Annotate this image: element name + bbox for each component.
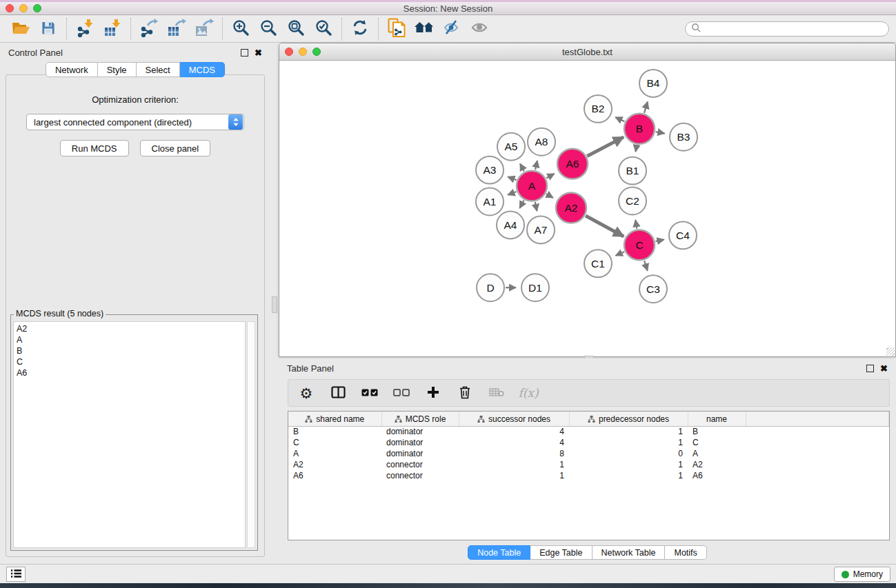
column-header-mcds-role[interactable]: MCDS role (381, 412, 459, 426)
close-network-window-button[interactable] (285, 48, 293, 56)
node-A6[interactable]: A6 (557, 149, 588, 179)
edge-A-A7[interactable] (535, 202, 537, 211)
cell[interactable]: dominator (381, 437, 459, 448)
cell[interactable]: 0 (569, 448, 688, 459)
cell[interactable]: 1 (569, 459, 688, 470)
refresh-view-button[interactable] (346, 17, 374, 41)
close-panel-icon[interactable]: ✖ (255, 49, 262, 57)
column-visibility-button[interactable] (326, 382, 350, 404)
cell[interactable]: connector (381, 470, 459, 481)
cell[interactable]: A6 (288, 470, 381, 481)
network-canvas[interactable]: B4B2BB3A8A5A6A3B1AA1C2A2A4A7C4CC1C3DD1 (280, 61, 895, 356)
edge-A6-B[interactable] (587, 137, 624, 156)
zoom-in-button[interactable] (227, 17, 255, 41)
home-view-button[interactable] (410, 17, 438, 41)
add-column-button[interactable] (421, 382, 446, 404)
mcds-result-list[interactable]: A2ABCA6 (13, 321, 246, 548)
cell[interactable]: connector (381, 459, 459, 470)
tab-edge-table[interactable]: Edge Table (530, 545, 592, 560)
delete-table-button[interactable] (484, 382, 509, 404)
node-B2[interactable]: B2 (584, 95, 612, 123)
deselect-all-button[interactable] (389, 382, 414, 404)
cell[interactable]: A6 (688, 470, 746, 481)
tab-node-table[interactable]: Node Table (468, 545, 530, 560)
node-A1[interactable]: A1 (476, 188, 504, 216)
cell[interactable]: 1 (569, 437, 688, 448)
node-A5[interactable]: A5 (497, 133, 525, 161)
column-header-predecessor-nodes[interactable]: predecessor nodes (569, 412, 688, 426)
cell[interactable]: 1 (569, 470, 688, 481)
cell[interactable]: C (688, 437, 746, 448)
network-window-controls[interactable] (285, 48, 321, 56)
minimize-window-button[interactable] (19, 4, 28, 12)
zoom-window-button[interactable] (33, 4, 41, 12)
node-A[interactable]: A (517, 171, 547, 201)
edge-B-B3[interactable] (656, 132, 665, 133)
edge-A2-C[interactable] (586, 216, 624, 236)
tab-motifs[interactable]: Motifs (665, 545, 706, 560)
cell[interactable]: A (688, 448, 746, 459)
node-C4[interactable]: C4 (669, 221, 697, 249)
node-A7[interactable]: A7 (527, 216, 555, 243)
edge-A-A8[interactable] (535, 161, 537, 170)
cell[interactable]: A2 (288, 459, 381, 470)
node-C3[interactable]: C3 (639, 275, 667, 303)
column-header-successor-nodes[interactable]: successor nodes (459, 412, 569, 426)
export-table-button[interactable] (163, 17, 190, 41)
mcds-result-item[interactable]: A6 (17, 367, 242, 378)
window-resize-grip[interactable] (886, 347, 895, 356)
window-controls[interactable] (6, 4, 41, 12)
export-network-button[interactable] (135, 17, 163, 41)
clone-network-button[interactable] (383, 17, 410, 41)
run-mcds-button[interactable]: Run MCDS (60, 140, 129, 156)
tab-network-table[interactable]: Network Table (593, 545, 666, 560)
zoom-selected-button[interactable] (310, 17, 337, 41)
table-header-row[interactable]: shared nameMCDS rolesuccessor nodesprede… (288, 412, 889, 426)
delete-column-button[interactable] (452, 382, 477, 404)
export-image-button[interactable] (190, 17, 218, 41)
hide-graphics-details-button[interactable] (438, 17, 466, 41)
edge-C-C3[interactable] (644, 261, 647, 270)
show-graphics-details-button[interactable] (466, 17, 493, 41)
global-search-box[interactable] (685, 21, 889, 37)
cell[interactable]: A2 (688, 459, 746, 470)
memory-button[interactable]: Memory (834, 567, 890, 582)
mcds-result-item[interactable]: A (17, 334, 242, 345)
edge-C-C1[interactable] (616, 252, 625, 256)
table-body[interactable]: Bdominator41BCdominator41CAdominator80AA… (288, 426, 889, 481)
save-session-button[interactable] (34, 17, 62, 41)
select-all-button[interactable] (357, 382, 382, 404)
edge-C-C4[interactable] (655, 239, 664, 241)
edge-B-B4[interactable] (644, 102, 648, 113)
cell[interactable]: 4 (459, 426, 569, 437)
task-history-button[interactable] (6, 567, 26, 582)
apply-function-button[interactable]: f(x) (516, 382, 541, 404)
node-A8[interactable]: A8 (528, 128, 555, 156)
node-C1[interactable]: C1 (584, 250, 612, 277)
edge-B-B2[interactable] (615, 117, 624, 121)
search-input[interactable] (701, 24, 883, 34)
edge-A-A2[interactable] (546, 194, 553, 198)
tab-style[interactable]: Style (98, 62, 137, 77)
close-table-panel-icon[interactable]: ✖ (880, 365, 888, 372)
table-settings-button[interactable]: ⚙ (294, 382, 319, 404)
mcds-result-item[interactable]: C (17, 356, 242, 367)
cell[interactable]: C (288, 437, 381, 448)
node-table[interactable]: shared nameMCDS rolesuccessor nodesprede… (288, 411, 890, 540)
mcds-result-item[interactable]: B (17, 345, 242, 356)
node-B1[interactable]: B1 (619, 157, 646, 185)
edge-A-A6[interactable] (546, 174, 555, 178)
close-window-button[interactable] (6, 4, 14, 12)
node-D1[interactable]: D1 (521, 274, 549, 301)
tab-select[interactable]: Select (137, 62, 180, 77)
tab-mcds[interactable]: MCDS (180, 62, 225, 77)
network-graph[interactable]: B4B2BB3A8A5A6A3B1AA1C2A2A4A7C4CC1C3DD1 (280, 61, 895, 356)
mcds-result-item[interactable]: A2 (17, 323, 242, 334)
cell[interactable]: B (688, 426, 746, 437)
cell[interactable]: dominator (381, 426, 459, 437)
cell[interactable]: 1 (459, 459, 569, 470)
table-row[interactable]: A6connector11A6 (288, 470, 889, 481)
table-row[interactable]: Cdominator41C (288, 437, 889, 448)
cell[interactable]: A (288, 448, 381, 459)
zoom-fit-button[interactable] (282, 17, 310, 41)
